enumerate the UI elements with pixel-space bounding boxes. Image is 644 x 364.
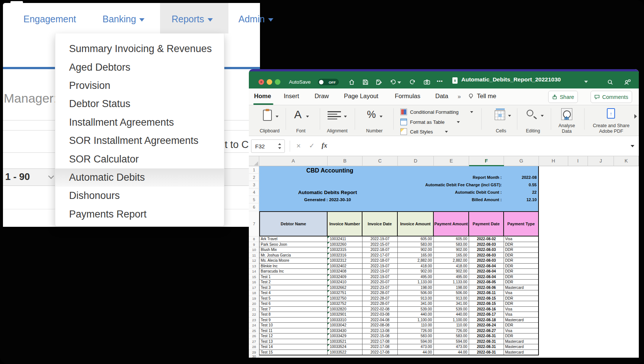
cell-invoice-no[interactable]: 10032409 xyxy=(328,274,362,280)
menu-item-aged-debtors[interactable]: Aged Debtors xyxy=(55,58,224,76)
menu-item-provision[interactable]: Provision xyxy=(55,77,224,95)
cell-debtor[interactable]: Test 8 xyxy=(259,312,328,318)
cell-payment-amount[interactable]: 418.00 xyxy=(434,264,469,269)
cell-payment-amount[interactable]: 902.00 xyxy=(434,247,469,253)
menu-item-dishonours[interactable]: Dishonours xyxy=(55,187,224,205)
cell-payment-date[interactable]: 2022-08-02 xyxy=(469,236,504,242)
cell-debtor[interactable]: Test 12 xyxy=(259,334,328,339)
row-number-16[interactable]: 16 xyxy=(249,280,259,285)
row-number-23[interactable]: 23 xyxy=(249,318,259,323)
ribbon-expand-icon[interactable] xyxy=(634,114,637,119)
row-number-8[interactable]: 8 xyxy=(249,236,259,242)
cells-icon[interactable] xyxy=(495,110,505,120)
cell-invoice-date[interactable]: 2022-17-08 xyxy=(362,344,398,350)
cell-invoice-no[interactable]: 10033430 xyxy=(328,328,362,334)
cell-payment-type[interactable]: DDR xyxy=(504,269,539,274)
row-number-12[interactable]: 12 xyxy=(249,258,259,264)
cell-invoice-amount[interactable]: 506.00 xyxy=(398,290,434,296)
cell-invoice-amount[interactable]: 902.00 xyxy=(398,247,434,253)
cell-invoice-no[interactable]: 10032751 xyxy=(328,290,362,296)
clipboard-icon[interactable] xyxy=(263,110,272,121)
row-number-26[interactable]: 26 xyxy=(249,334,259,339)
conditional-formatting-dropdown-icon[interactable] xyxy=(470,111,473,113)
row-number-7[interactable]: 7 xyxy=(249,211,259,236)
cell-invoice-date[interactable]: 2022-15-08 xyxy=(362,334,398,339)
cell-invoice-date[interactable]: 2022-18-07 xyxy=(362,258,398,264)
formula-bar-expand-icon[interactable] xyxy=(631,145,634,147)
cell-invoice-amount[interactable]: 110.00 xyxy=(398,323,434,328)
profile-icon[interactable] xyxy=(624,79,631,86)
row-number-2[interactable]: 2 xyxy=(249,174,259,181)
editing-dropdown-icon[interactable] xyxy=(541,115,544,117)
cell-payment-amount[interactable]: 110.00 xyxy=(434,323,469,328)
cell-payment-amount[interactable]: 341.00 xyxy=(434,301,469,307)
cell-debtor[interactable]: Test 2 xyxy=(259,280,328,285)
cell-payment-date[interactable]: 2022-08-06 xyxy=(469,285,504,291)
cell-payment-type[interactable]: DDR xyxy=(504,301,539,307)
cell-payment-amount[interactable]: 726.00 xyxy=(434,328,469,334)
row-number-22[interactable]: 22 xyxy=(249,312,259,318)
cell-debtor[interactable]: Mr. Joshua Garcia xyxy=(259,253,328,258)
number-dropdown-icon[interactable] xyxy=(380,116,383,117)
cell-invoice-no[interactable]: 10033042 xyxy=(328,323,362,328)
alignment-icon[interactable] xyxy=(328,110,341,121)
cell-invoice-no[interactable]: 10032315 xyxy=(328,247,362,253)
cell-payment-date[interactable]: 2022-08-17 xyxy=(469,312,504,318)
cell-styles-label[interactable]: Cell Styles xyxy=(410,129,433,135)
cell-invoice-date[interactable]: 2022-04-08 xyxy=(362,318,398,323)
title-dropdown-icon[interactable] xyxy=(584,81,588,83)
cell-invoice-amount[interactable]: 726.00 xyxy=(398,328,434,334)
cell-invoice-no[interactable]: 10032820 xyxy=(328,307,362,312)
row-number-6[interactable]: 6 xyxy=(249,203,259,211)
enter-icon[interactable]: ✓ xyxy=(309,142,315,150)
cell-invoice-date[interactable]: 2022-19-07 xyxy=(362,264,398,269)
tab-draw[interactable]: Draw xyxy=(315,93,329,100)
save-as-icon[interactable] xyxy=(375,79,382,86)
cell-invoice-date[interactable]: 2022-15-07 xyxy=(362,242,398,248)
column-header-I[interactable]: I xyxy=(568,156,588,166)
cell-invoice-no[interactable]: 10032316 xyxy=(328,253,362,258)
cell-payment-amount[interactable]: 473.00 xyxy=(434,344,469,350)
cell-invoice-date[interactable]: 2022-19-07 xyxy=(362,236,398,242)
cell-debtor[interactable]: Test 9 xyxy=(259,318,328,323)
column-header-F[interactable]: F xyxy=(469,156,504,166)
cell-invoice-amount[interactable]: 341.00 xyxy=(398,301,434,307)
format-as-table-label[interactable]: Format as Table xyxy=(410,119,445,125)
cell-invoice-amount[interactable]: 913.00 xyxy=(398,296,434,302)
menu-item-automatic-debits[interactable]: Automatic Debits xyxy=(55,168,224,187)
cell-payment-date[interactable]: 2022-08-18 xyxy=(469,318,504,323)
cell-invoice-amount[interactable]: 1,133.00 xyxy=(398,280,434,285)
cell-payment-type[interactable]: DDR xyxy=(504,280,539,285)
cell-invoice-amount[interactable]: 44.00 xyxy=(398,350,434,355)
cell-invoice-date[interactable]: 2022-17-07 xyxy=(362,253,398,258)
home-icon[interactable] xyxy=(348,79,355,86)
cell-payment-date[interactable]: 2022-08-31 xyxy=(469,334,504,339)
row-number-30[interactable]: 30 xyxy=(249,355,259,358)
undo-dropdown-icon[interactable] xyxy=(397,81,401,84)
cell-debtor[interactable]: Test 15 xyxy=(259,350,328,355)
cell-payment-date[interactable]: 2022-08-11 xyxy=(469,290,504,296)
analyse-data-icon[interactable] xyxy=(561,108,572,120)
cell-invoice-date[interactable]: 2022-20-07 xyxy=(362,280,398,285)
cell-payment-date[interactable]: 2022-08-27 xyxy=(469,328,504,334)
row-number-28[interactable]: 28 xyxy=(249,344,259,350)
cell-debtor[interactable]: Blinkie Inc xyxy=(259,264,328,269)
cell-invoice-amount[interactable]: 902.00 xyxy=(398,269,434,274)
cell-payment-amount[interactable]: 605.00 xyxy=(434,236,469,242)
cell-invoice-no[interactable]: 10032750 xyxy=(328,296,362,302)
cell-invoice-date[interactable]: 2022-17-08 xyxy=(362,339,398,345)
row-number-24[interactable]: 24 xyxy=(249,323,259,328)
row-number-9[interactable]: 9 xyxy=(249,242,259,248)
font-icon[interactable]: A xyxy=(294,108,302,121)
cell-invoice-amount[interactable]: 594.00 xyxy=(398,339,434,345)
cell-payment-type[interactable]: Mastercard xyxy=(504,350,539,355)
cell-payment-amount[interactable]: 583.00 xyxy=(434,334,469,339)
cell-invoice-amount[interactable]: 583.00 xyxy=(398,242,434,248)
cell-payment-amount[interactable]: 902.00 xyxy=(434,269,469,274)
column-header-C[interactable]: C xyxy=(362,156,398,166)
cell-styles-icon[interactable] xyxy=(400,128,407,135)
cell-invoice-no[interactable]: 10033310 xyxy=(328,318,362,323)
column-header-J[interactable]: J xyxy=(588,156,614,166)
row-number-19[interactable]: 19 xyxy=(249,296,259,302)
cell-payment-type[interactable]: DDR xyxy=(504,242,539,248)
